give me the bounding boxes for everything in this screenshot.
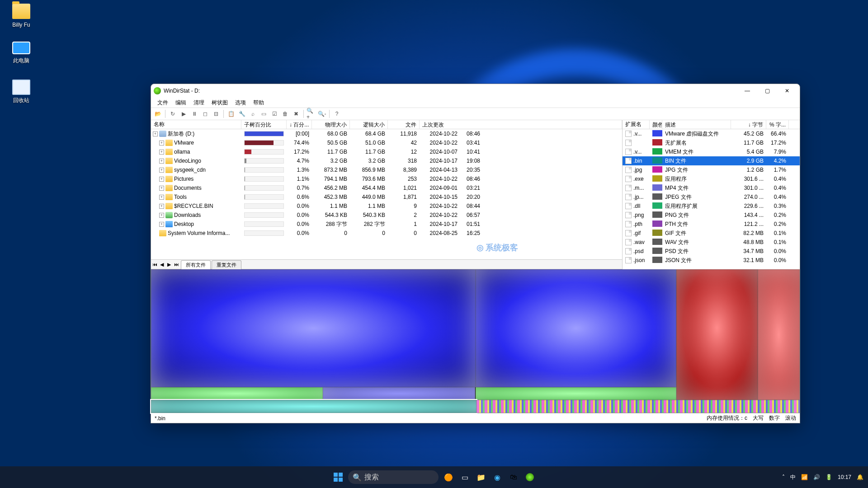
- tab-duplicate-files[interactable]: 重复文件: [212, 260, 241, 269]
- minimize-button[interactable]: ―: [737, 84, 757, 97]
- ext-row[interactable]: .wavWAV 文件48.8 MB0.1%: [623, 238, 800, 247]
- notifications-icon[interactable]: 🔔: [857, 474, 863, 480]
- treemap-block[interactable]: [476, 400, 800, 413]
- system-tray[interactable]: ˄ 中 📶 🔊 🔋 10:17 🔔: [782, 474, 863, 481]
- ext-row[interactable]: .jsonJSON 文件32.1 MB0.0%: [623, 256, 800, 265]
- col-color[interactable]: 颜色: [650, 120, 662, 129]
- ext-header[interactable]: 扩展名 颜色 描述 ↓ 字节 % 字...: [623, 120, 800, 129]
- play-button[interactable]: ▶: [179, 109, 189, 119]
- col-pct[interactable]: % 字...: [766, 120, 789, 129]
- expand-icon[interactable]: +: [159, 150, 164, 155]
- edge-icon[interactable]: ◉: [491, 471, 504, 483]
- expand-icon[interactable]: +: [159, 159, 164, 164]
- treemap-block[interactable]: [758, 269, 800, 400]
- ext-row[interactable]: .gifGIF 文件82.2 MB0.1%: [623, 229, 800, 238]
- col-desc[interactable]: 描述: [662, 120, 731, 129]
- zoom-in-button[interactable]: 🔍+: [306, 109, 316, 119]
- col-bytes[interactable]: ↓ 字节: [731, 120, 766, 129]
- ext-row[interactable]: 无扩展名11.7 GB17.2%: [623, 138, 800, 147]
- tree-row[interactable]: +sysgeek_cdn1.3%873.2 MB856.9 MB8,389202…: [151, 165, 622, 174]
- col-modified[interactable]: 上次更改: [420, 120, 622, 129]
- tab-prev-button[interactable]: ◀: [158, 262, 165, 267]
- refresh-button[interactable]: ↻: [168, 109, 178, 119]
- remove-button[interactable]: ✖: [291, 109, 301, 119]
- menu-treemap[interactable]: 树状图: [209, 98, 231, 108]
- ext-row[interactable]: .binBIN 文件2.9 GB4.2%: [623, 156, 800, 165]
- zoom-out-button[interactable]: 🔍-: [317, 109, 327, 119]
- open-button[interactable]: 📂: [153, 109, 163, 119]
- treemap-block-selected[interactable]: [151, 400, 476, 413]
- help-button[interactable]: ?: [332, 109, 342, 119]
- menu-cleanup[interactable]: 清理: [191, 98, 207, 108]
- ext-row[interactable]: .v...VMEM 文件5.4 GB7.9%: [623, 147, 800, 156]
- collapse-button[interactable]: ⊟: [211, 109, 221, 119]
- tree-row[interactable]: +ollama17.2%11.7 GB11.7 GB122024-10-0710…: [151, 147, 622, 156]
- ext-row[interactable]: .dll应用程序扩展229.6 ...0.3%: [623, 202, 800, 211]
- clock[interactable]: 10:17: [838, 474, 851, 480]
- windirstat-taskbar-icon[interactable]: [524, 471, 536, 483]
- explorer-icon[interactable]: 📁: [475, 471, 487, 483]
- battery-icon[interactable]: 🔋: [826, 474, 832, 480]
- ext-row[interactable]: .exe应用程序301.6 ...0.4%: [623, 174, 800, 183]
- expand-icon[interactable]: +: [159, 177, 164, 182]
- start-button[interactable]: [332, 471, 344, 483]
- select-button[interactable]: ☑: [269, 109, 279, 119]
- tree-body[interactable]: +新加卷 (D:)[0:00]68.0 GB68.4 GB11,9182024-…: [151, 129, 622, 259]
- ext-row[interactable]: .pthPTH 文件121.2 ...0.2%: [623, 220, 800, 229]
- close-button[interactable]: ✕: [777, 84, 797, 97]
- tree-row[interactable]: +Documents0.7%456.2 MB454.4 MB1,0212024-…: [151, 183, 622, 192]
- tree-row[interactable]: +Tools0.6%452.3 MB449.0 MB1,8712024-10-1…: [151, 192, 622, 202]
- expand-icon[interactable]: +: [159, 213, 164, 218]
- ext-row[interactable]: .pngPNG 文件143.4 ...0.2%: [623, 211, 800, 220]
- explorer-button[interactable]: ⌕: [248, 109, 258, 119]
- col-logical[interactable]: 逻辑大小: [350, 120, 388, 129]
- ext-row[interactable]: .jpgJPG 文件1.2 GB1.7%: [623, 165, 800, 174]
- col-ext[interactable]: 扩展名: [623, 120, 650, 129]
- col-subtree-pct[interactable]: 子树百分比: [241, 120, 287, 129]
- tab-last-button[interactable]: ⏭: [173, 262, 180, 267]
- desktop-icon-user-folder[interactable]: Billy Fu: [5, 4, 37, 28]
- treemap-block[interactable]: [151, 387, 323, 400]
- delete-button[interactable]: 🗑: [280, 109, 290, 119]
- treemap[interactable]: [151, 269, 800, 413]
- ext-row[interactable]: .m...MP4 文件301.0 ...0.4%: [623, 183, 800, 192]
- tree-row[interactable]: +Pictures1.1%794.1 MB793.6 MB2532024-10-…: [151, 174, 622, 183]
- tree-row[interactable]: +Desktop0.0%288 字节282 字节12024-10-1701:51: [151, 220, 622, 229]
- treemap-block[interactable]: [151, 269, 476, 387]
- ext-row[interactable]: .jp...JPEG 文件274.0 ...0.4%: [623, 192, 800, 202]
- copy-button[interactable]: 📋: [226, 109, 236, 119]
- col-name[interactable]: 名称: [151, 120, 241, 129]
- taskbar-search[interactable]: 🔍 搜索: [348, 470, 439, 484]
- expand-icon[interactable]: +: [159, 186, 164, 191]
- task-view-icon[interactable]: ▭: [458, 471, 471, 483]
- ime-indicator[interactable]: 中: [790, 474, 796, 481]
- col-pct[interactable]: ↓ 百分...: [287, 120, 312, 129]
- ext-row[interactable]: .v...VMware 虚拟磁盘文件45.2 GB66.4%: [623, 129, 800, 138]
- store-icon[interactable]: 🛍: [507, 471, 520, 483]
- menu-edit[interactable]: 编辑: [173, 98, 189, 108]
- tree-row[interactable]: +VideoLingo4.7%3.2 GB3.2 GB3182024-10-17…: [151, 156, 622, 165]
- expand-icon[interactable]: +: [159, 141, 164, 145]
- treemap-block[interactable]: [476, 387, 677, 400]
- expand-icon[interactable]: +: [159, 195, 164, 200]
- expand-icon[interactable]: +: [159, 204, 164, 209]
- menu-help[interactable]: 帮助: [250, 98, 267, 108]
- tree-header[interactable]: 名称 子树百分比 ↓ 百分... 物理大小 逻辑大小 文件 上次更改: [151, 120, 622, 129]
- properties-button[interactable]: 🔧: [237, 109, 247, 119]
- treemap-block[interactable]: [323, 387, 475, 400]
- tray-expand-icon[interactable]: ˄: [782, 474, 785, 480]
- treemap-block[interactable]: [676, 269, 757, 400]
- maximize-button[interactable]: ▢: [757, 84, 777, 97]
- copilot-icon[interactable]: 🟠: [442, 471, 455, 483]
- volume-icon[interactable]: 🔊: [813, 474, 820, 480]
- expand-icon[interactable]: +: [159, 168, 164, 173]
- tree-row[interactable]: +新加卷 (D:)[0:00]68.0 GB68.4 GB11,9182024-…: [151, 129, 622, 138]
- cmd-button[interactable]: ▭: [259, 109, 269, 119]
- treemap-block[interactable]: [476, 269, 677, 387]
- pause-button[interactable]: ⏸: [189, 109, 199, 119]
- stop-button[interactable]: ◻: [200, 109, 210, 119]
- tab-all-files[interactable]: 所有文件: [181, 260, 211, 269]
- tree-row[interactable]: +VMware74.4%50.5 GB51.0 GB422024-10-2203…: [151, 138, 622, 147]
- ext-body[interactable]: .v...VMware 虚拟磁盘文件45.2 GB66.4%无扩展名11.7 G…: [623, 129, 800, 269]
- desktop-icon-recycle-bin[interactable]: 回收站: [5, 80, 37, 104]
